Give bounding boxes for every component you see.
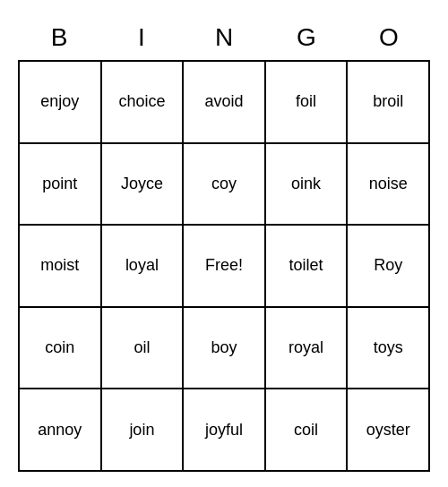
header-letter: O [348, 15, 430, 60]
cell-r3-c0: coin [20, 308, 102, 390]
cell-r3-c3: royal [266, 308, 349, 390]
cell-r2-c0: moist [20, 226, 102, 308]
cell-r3-c4: toys [348, 308, 430, 390]
cell-r0-c0: enjoy [20, 62, 102, 144]
cell-r1-c2: coy [184, 144, 266, 226]
cell-r2-c2: Free! [184, 226, 266, 308]
header-letter: G [265, 15, 348, 60]
cell-r1-c0: point [20, 144, 102, 226]
bingo-header: BINGO [18, 15, 430, 60]
cell-r3-c1: oil [102, 308, 185, 390]
cell-r2-c4: Roy [348, 226, 430, 308]
cell-r4-c2: joyful [184, 389, 266, 472]
cell-r2-c1: loyal [102, 226, 185, 308]
cell-r0-c2: avoid [184, 62, 266, 144]
header-letter: B [18, 15, 100, 60]
cell-r2-c3: toilet [266, 226, 349, 308]
header-letter: N [183, 15, 265, 60]
cell-r1-c1: Joyce [102, 144, 185, 226]
cell-r4-c4: oyster [348, 389, 430, 472]
cell-r0-c4: broil [348, 62, 430, 144]
cell-r0-c3: foil [266, 62, 349, 144]
cell-r1-c3: oink [266, 144, 349, 226]
bingo-card: BINGO enjoychoiceavoidfoilbroilpointJoyc… [18, 15, 430, 472]
bingo-grid: enjoychoiceavoidfoilbroilpointJoycecoyoi… [18, 60, 430, 472]
cell-r4-c1: join [102, 389, 185, 472]
cell-r3-c2: boy [184, 308, 266, 390]
header-letter: I [100, 15, 183, 60]
cell-r4-c0: annoy [20, 389, 102, 472]
cell-r1-c4: noise [348, 144, 430, 226]
cell-r0-c1: choice [102, 62, 185, 144]
cell-r4-c3: coil [266, 389, 349, 472]
